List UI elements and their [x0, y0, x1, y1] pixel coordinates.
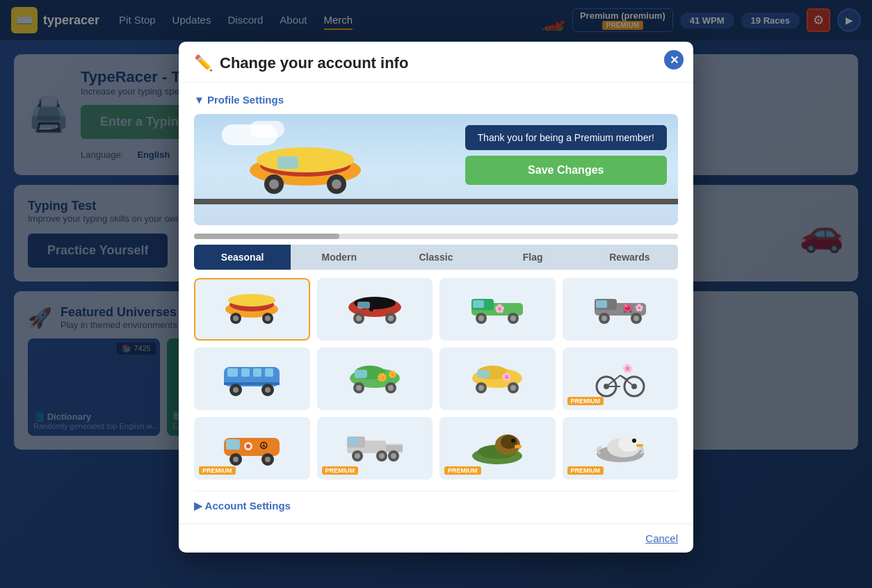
svg-point-68 — [510, 385, 516, 391]
svg-point-58 — [356, 385, 362, 391]
tab-classic[interactable]: Classic — [387, 245, 484, 270]
svg-point-19 — [369, 307, 373, 311]
svg-rect-43 — [227, 368, 238, 377]
svg-point-60 — [388, 385, 394, 391]
car-item-duck[interactable]: PREMIUM — [439, 417, 556, 480]
svg-rect-89 — [348, 438, 358, 445]
scroll-handle[interactable] — [194, 234, 339, 239]
svg-point-102 — [511, 439, 515, 443]
svg-point-93 — [355, 453, 360, 459]
svg-rect-20 — [357, 302, 370, 309]
svg-text:🌼: 🌼 — [388, 370, 397, 379]
car-tabs: Seasonal Modern Classic Flag Rewards — [194, 245, 678, 270]
premium-tag-bicycle: PREMIUM — [567, 397, 604, 405]
car-item-blue-bus[interactable] — [194, 348, 310, 410]
svg-point-2 — [257, 147, 354, 172]
svg-point-12 — [233, 316, 239, 321]
svg-rect-35 — [596, 300, 607, 308]
svg-point-30 — [478, 316, 484, 321]
cancel-button[interactable]: Cancel — [645, 532, 678, 544]
car-item-hippie-van[interactable]: ☮ PREMIUM — [194, 417, 310, 480]
svg-rect-45 — [253, 368, 261, 377]
account-settings-toggle[interactable]: ▶ Account Settings — [194, 500, 678, 512]
premium-tag-truck: PREMIUM — [322, 466, 359, 475]
modal-footer: Cancel — [179, 523, 693, 553]
premium-tag-bird: PREMIUM — [567, 466, 604, 475]
tab-rewards[interactable]: Rewards — [581, 245, 678, 270]
svg-text:🌸: 🌸 — [622, 363, 632, 373]
svg-point-84 — [233, 457, 239, 462]
svg-rect-44 — [241, 368, 250, 377]
yellow-car-thumb: 🌸 — [466, 361, 528, 396]
svg-point-10 — [228, 294, 275, 307]
daisy-car-thumb: 🌼 🌼 — [344, 361, 406, 396]
modal-body: ▼ Profile Settings — [179, 83, 693, 523]
svg-point-86 — [265, 457, 271, 462]
svg-point-51 — [265, 387, 271, 393]
scroll-bar-container — [194, 234, 678, 239]
svg-rect-103 — [515, 445, 522, 448]
account-settings-label: ▶ Account Settings — [194, 500, 291, 512]
svg-point-41 — [633, 316, 639, 321]
svg-text:🌸: 🌸 — [501, 371, 512, 382]
svg-point-49 — [233, 387, 239, 393]
profile-settings-label: ▼ Profile Settings — [194, 94, 284, 106]
ladybug-car-thumb — [344, 292, 406, 327]
car-item-daisy-car[interactable]: 🌼 🌼 — [317, 348, 433, 410]
premium-tag-duck: PREMIUM — [444, 466, 481, 475]
svg-point-39 — [601, 316, 607, 321]
svg-text:☮: ☮ — [259, 440, 268, 451]
car-item-ladybug[interactable] — [317, 278, 433, 341]
car-item-cherry-blossom[interactable]: 🌺 🌸 — [563, 278, 679, 341]
svg-point-97 — [391, 453, 396, 459]
action-buttons: Thank you for being a Premium member! Sa… — [465, 125, 667, 185]
car-item-bicycle[interactable]: 🌸 PREMIUM — [563, 348, 679, 410]
car-item-bird[interactable]: PREMIUM — [563, 417, 679, 480]
car-grid: 🌸 🌺 🌸 — [194, 278, 678, 480]
svg-rect-3 — [277, 156, 298, 169]
svg-point-95 — [379, 453, 385, 459]
svg-text:🌸: 🌸 — [635, 303, 644, 312]
modal-header: ✏️ Change your account info ✕ — [179, 42, 693, 83]
profile-settings-toggle[interactable]: ▼ Profile Settings — [194, 94, 678, 106]
tab-seasonal[interactable]: Seasonal — [194, 245, 291, 270]
modal: ✏️ Change your account info ✕ ▼ Profile … — [179, 42, 693, 553]
svg-point-5 — [269, 179, 279, 189]
svg-rect-79 — [226, 439, 240, 450]
svg-point-107 — [632, 439, 636, 443]
selected-car-display — [236, 146, 375, 204]
car-item-flower-truck[interactable]: 🌸 — [439, 278, 556, 341]
modal-close-button[interactable]: ✕ — [664, 50, 684, 70]
svg-point-32 — [510, 316, 516, 321]
car-item-yellow-car[interactable]: 🌸 — [439, 348, 556, 410]
premium-tag-hippie: PREMIUM — [199, 466, 236, 475]
duck-thumb — [466, 430, 528, 468]
hotdog-car-thumb — [220, 292, 283, 327]
svg-point-106 — [618, 435, 640, 452]
svg-point-18 — [379, 302, 385, 307]
hotdog-car-large — [236, 146, 375, 202]
svg-rect-63 — [477, 370, 490, 378]
modal-title-icon: ✏️ — [194, 54, 213, 72]
svg-text:🌼: 🌼 — [376, 372, 387, 382]
hippie-van-thumb: ☮ — [220, 430, 283, 468]
svg-rect-46 — [265, 368, 273, 377]
svg-point-22 — [356, 316, 362, 321]
modal-title: Change your account info — [220, 54, 408, 72]
svg-point-24 — [388, 316, 394, 321]
flower-truck-thumb: 🌸 — [466, 292, 528, 327]
svg-point-7 — [332, 179, 341, 189]
bird-thumb — [589, 430, 652, 468]
bicycle-thumb: 🌸 — [589, 360, 652, 398]
tab-flag[interactable]: Flag — [485, 245, 581, 270]
svg-point-14 — [265, 316, 271, 321]
car-item-white-truck[interactable]: PREMIUM — [317, 417, 433, 480]
save-changes-button[interactable]: Save Changes — [465, 156, 667, 185]
tab-modern[interactable]: Modern — [291, 245, 387, 270]
car-display-container: Thank you for being a Premium member! Sa… — [194, 114, 678, 225]
car-item-hotdog[interactable] — [194, 278, 310, 341]
svg-rect-27 — [473, 300, 484, 308]
thank-you-button: Thank you for being a Premium member! — [465, 125, 667, 150]
svg-rect-47 — [224, 382, 280, 385]
cherry-blossom-car-thumb: 🌺 🌸 — [589, 292, 652, 327]
